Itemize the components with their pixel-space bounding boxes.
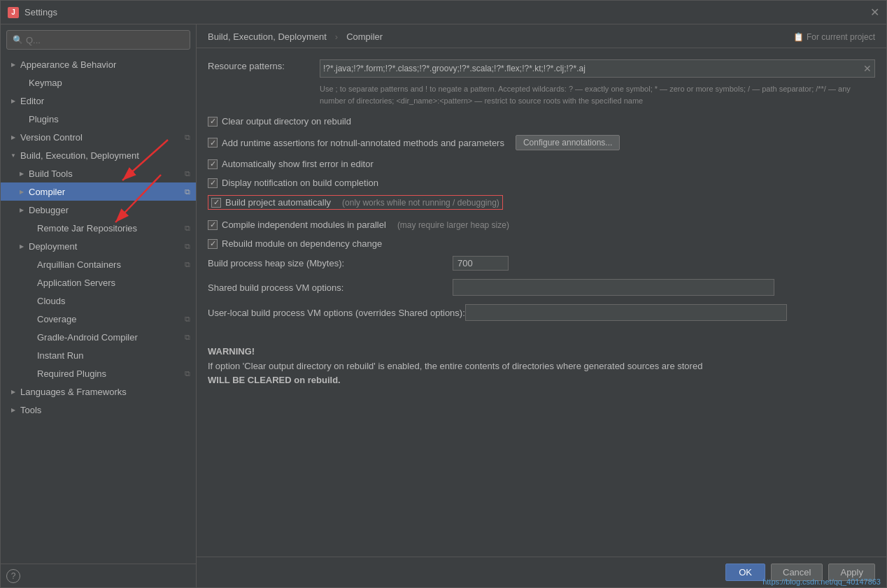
sidebar-item-editor[interactable]: Editor <box>1 92 196 110</box>
sidebar-item-label: Tools <box>20 405 41 415</box>
checkbox-runtime-assertions-label[interactable]: Add runtime assertions for notnull-annot… <box>208 138 504 148</box>
copy-icon: ⧉ <box>185 224 190 233</box>
breadcrumb-separator: › <box>335 31 338 42</box>
close-button[interactable]: ✕ <box>870 6 879 19</box>
configure-annotations-button[interactable]: Configure annotations... <box>516 135 620 150</box>
expand-icon <box>17 242 26 250</box>
sidebar-list: Appearance & Behavior Keymap Editor Plug… <box>1 55 196 564</box>
sidebar-item-gradle-android[interactable]: Gradle-Android Compiler ⧉ <box>1 328 196 346</box>
checkbox-compile-parallel-box[interactable] <box>208 220 218 230</box>
search-box[interactable]: 🔍 <box>6 30 190 50</box>
sidebar-item-label: Appearance & Behavior <box>20 59 116 70</box>
checkbox-clear-output-box[interactable] <box>208 117 218 127</box>
checkbox-auto-show-error-label[interactable]: Automatically show first error in editor <box>208 159 374 169</box>
checkbox-runtime-assertions: Add runtime assertions for notnull-annot… <box>208 134 875 152</box>
settings-window: J Settings ✕ 🔍 Appearance & Behavior Key… <box>0 0 887 588</box>
checkbox-runtime-assertions-box[interactable] <box>208 138 218 148</box>
footer-link: https://blog.csdn.net/qq_40147863 <box>757 576 886 587</box>
checkbox-build-auto-box[interactable] <box>211 198 221 208</box>
shared-vm-input[interactable] <box>453 279 774 296</box>
help-button[interactable]: ? <box>6 569 20 583</box>
copy-icon: ⧉ <box>185 133 190 142</box>
sidebar-item-label: Application Servers <box>37 278 115 288</box>
search-input[interactable] <box>26 35 184 45</box>
checkbox-display-notification-text: Display notification on build completion <box>222 178 378 188</box>
copy-icon: ⧉ <box>185 260 190 269</box>
checkbox-clear-output: Clear output directory on rebuild <box>208 115 875 128</box>
sidebar-item-instant-run[interactable]: Instant Run <box>1 346 196 364</box>
warning-text: If option 'Clear output directory on reb… <box>208 359 875 387</box>
sidebar-item-version-control[interactable]: Version Control ⧉ <box>1 128 196 146</box>
checkbox-build-auto-label[interactable]: Build project automatically <box>211 197 331 208</box>
sidebar-item-label: Version Control <box>20 132 83 143</box>
checkbox-display-notification-box[interactable] <box>208 178 218 188</box>
sidebar-item-deployment[interactable]: Deployment ⧉ <box>1 237 196 255</box>
sidebar-item-label: Remote Jar Repositories <box>37 223 137 234</box>
sidebar-item-build-tools[interactable]: Build Tools ⧉ <box>1 164 196 182</box>
sidebar-item-label: Coverage <box>37 314 76 324</box>
sidebar-item-build-exec[interactable]: Build, Execution, Deployment <box>1 146 196 164</box>
warning-text-line2: WILL BE CLEARED on rebuild. <box>208 375 341 385</box>
sidebar-item-appearance[interactable]: Appearance & Behavior <box>1 55 196 73</box>
warning-box: WARNING! If option 'Clear output directo… <box>208 338 875 395</box>
sidebar-item-label: Plugins <box>29 114 59 124</box>
checkbox-display-notification-label[interactable]: Display notification on build completion <box>208 178 378 188</box>
checkbox-runtime-assertions-text: Add runtime assertions for notnull-annot… <box>222 138 504 148</box>
sidebar-item-arquillian[interactable]: Arquillian Containers ⧉ <box>1 255 196 273</box>
sidebar-item-label: Build, Execution, Deployment <box>20 150 139 161</box>
user-vm-input[interactable] <box>465 304 787 321</box>
sidebar-item-tools[interactable]: Tools <box>1 401 196 419</box>
window-title: Settings <box>24 7 870 17</box>
checkbox-build-auto-text: Build project automatically <box>225 197 331 208</box>
user-vm-label: User-local build process VM options (ove… <box>208 308 465 318</box>
sidebar-item-coverage[interactable]: Coverage ⧉ <box>1 310 196 328</box>
expand-icon <box>17 169 26 178</box>
sidebar-item-label: Compiler <box>29 187 65 197</box>
sidebar-item-debugger[interactable]: Debugger <box>1 201 196 219</box>
footer: OK Cancel Apply https://blog.csdn.net/qq… <box>197 557 886 587</box>
sidebar-item-required-plugins[interactable]: Required Plugins ⧉ <box>1 364 196 382</box>
shared-vm-label: Shared build process VM options: <box>208 282 453 293</box>
search-icon: 🔍 <box>13 35 23 45</box>
checkbox-clear-output-label[interactable]: Clear output directory on rebuild <box>208 116 351 127</box>
sidebar-item-clouds[interactable]: Clouds <box>1 292 196 310</box>
sidebar-item-remote-jar[interactable]: Remote Jar Repositories ⧉ <box>1 219 196 237</box>
checkbox-auto-show-error-box[interactable] <box>208 159 218 169</box>
build-auto-note: (only works while not running / debuggin… <box>342 198 499 208</box>
clear-icon[interactable]: ✕ <box>863 63 872 74</box>
resource-hint: Use ; to separate patterns and ! to nega… <box>320 83 875 106</box>
main-body: Resource patterns: ✕ Use ; to separate p… <box>197 48 886 557</box>
copy-icon: ⧉ <box>185 333 190 342</box>
sidebar-item-label: Required Plugins <box>37 368 106 379</box>
checkbox-compile-parallel-label[interactable]: Compile independent modules in parallel <box>208 220 386 230</box>
sidebar-item-plugins[interactable]: Plugins <box>1 110 196 128</box>
sidebar-item-languages[interactable]: Languages & Frameworks <box>1 382 196 401</box>
sidebar-item-label: Build Tools <box>29 168 73 179</box>
warning-title: WARNING! <box>208 346 875 357</box>
sidebar-item-compiler[interactable]: Compiler ⧉ <box>1 182 196 201</box>
expand-icon <box>9 151 17 159</box>
checkbox-rebuild-dependency-box[interactable] <box>208 239 218 249</box>
compile-parallel-note: (may require larger heap size) <box>397 220 509 230</box>
sidebar-item-app-servers[interactable]: Application Servers <box>1 273 196 292</box>
project-icon: 📋 <box>793 32 804 42</box>
resource-patterns-input[interactable] <box>323 64 863 73</box>
checkbox-rebuild-dependency-label[interactable]: Rebuild module on dependency change <box>208 238 382 249</box>
main-content: Build, Execution, Deployment › Compiler … <box>197 24 886 587</box>
warning-text-line1: If option 'Clear output directory on reb… <box>208 361 702 371</box>
main-header: Build, Execution, Deployment › Compiler … <box>197 24 886 48</box>
sidebar-item-label: Languages & Frameworks <box>20 387 127 397</box>
heap-size-input[interactable] <box>453 256 509 271</box>
expand-icon <box>9 133 17 141</box>
checkbox-compile-parallel-text: Compile independent modules in parallel <box>222 220 386 230</box>
shared-vm-row: Shared build process VM options: <box>208 279 875 296</box>
resource-input-wrapper[interactable]: ✕ <box>320 59 875 78</box>
hint-text-content: Use ; to separate patterns and ! to nega… <box>320 85 851 105</box>
copy-icon: ⧉ <box>185 242 190 251</box>
expand-icon <box>17 206 26 214</box>
sidebar-item-keymap[interactable]: Keymap <box>1 73 196 92</box>
checkbox-compile-parallel: Compile independent modules in parallel … <box>208 218 875 231</box>
title-bar: J Settings ✕ <box>1 1 886 24</box>
for-project-badge: 📋 For current project <box>793 32 875 42</box>
copy-icon: ⧉ <box>185 169 190 178</box>
